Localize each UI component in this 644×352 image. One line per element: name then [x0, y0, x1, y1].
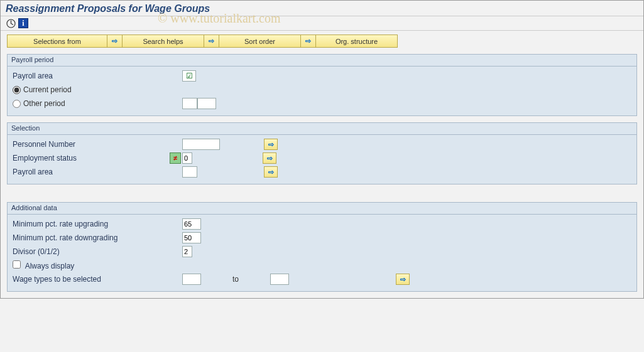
group-title: Additional data — [8, 203, 636, 215]
always-display-label: Always display — [25, 262, 75, 270]
arrow-right-icon: ⇨ — [267, 154, 273, 163]
arrow-right-icon: ⇨ — [305, 37, 311, 45]
always-display-checkbox[interactable] — [13, 260, 21, 269]
arrow-right-icon: ⇨ — [209, 37, 214, 45]
divisor-label: Divisor (0/1/2) — [13, 247, 163, 256]
personnel-number-multiselect-button[interactable]: ⇨ — [264, 139, 278, 150]
payroll-area-toggle[interactable]: ☑ — [182, 70, 196, 82]
group-additional-data: Additional data Minimum pct. rate upgrad… — [7, 202, 637, 292]
selections-from-button[interactable]: Selections from — [7, 35, 107, 48]
app-window: Reassignment Proposals for Wage Groups i… — [0, 0, 644, 299]
title-bar: Reassignment Proposals for Wage Groups — [1, 1, 643, 16]
arrow-right-icon: ⇨ — [268, 141, 274, 149]
wage-types-label: Wage types to be selected — [13, 275, 163, 284]
group-payroll-period: Payroll period Payroll area ☑ Current pe… — [7, 54, 637, 116]
sort-order-expand-button[interactable]: ⇨ — [204, 35, 219, 48]
not-equal-icon[interactable]: ≠ — [170, 152, 181, 164]
org-structure-expand-button[interactable]: ⇨ — [301, 35, 316, 48]
min-up-label: Minimum pct. rate upgrading — [13, 220, 163, 228]
org-structure-button[interactable]: Org. structure — [316, 35, 398, 48]
employment-status-label: Employment status — [13, 154, 163, 163]
info-icon[interactable]: i — [18, 18, 28, 28]
sort-order-button[interactable]: Sort order — [219, 35, 301, 48]
current-period-radio[interactable]: Current period — [13, 85, 72, 94]
current-period-label: Current period — [23, 85, 72, 94]
payroll-area-sel-label: Payroll area — [13, 168, 163, 176]
group-title: Selection — [8, 123, 636, 135]
always-display-cell: Always display — [13, 260, 163, 270]
payroll-area-multiselect-button[interactable]: ⇨ — [264, 166, 278, 178]
payroll-area-sel-input[interactable] — [182, 166, 197, 178]
arrow-right-icon: ⇨ — [400, 275, 406, 284]
employment-status-multiselect-button[interactable]: ⇨ — [263, 152, 276, 164]
payroll-area-label: Payroll area — [13, 72, 163, 80]
wage-types-from-input[interactable] — [182, 274, 201, 285]
employment-status-input[interactable] — [182, 152, 192, 164]
execute-icon[interactable] — [6, 18, 16, 28]
wage-types-multiselect-button[interactable]: ⇨ — [396, 274, 410, 285]
app-toolbar: i © www.tutorialkart.com — [1, 16, 643, 31]
to-label: to — [201, 275, 270, 284]
other-period-value1-input[interactable] — [182, 98, 197, 109]
group-selection: Selection Personnel Number ⇨ Employment … — [7, 122, 637, 184]
divisor-input[interactable] — [182, 246, 192, 257]
min-down-input[interactable] — [182, 232, 201, 243]
arrow-right-icon: ⇨ — [268, 168, 274, 176]
selection-toolbar: Selections from ⇨ Search helps ⇨ Sort or… — [1, 31, 643, 51]
personnel-number-label: Personnel Number — [13, 140, 163, 149]
arrow-right-icon: ⇨ — [112, 37, 117, 45]
page-title: Reassignment Proposals for Wage Groups — [6, 3, 210, 14]
min-up-input[interactable] — [182, 218, 201, 230]
min-down-label: Minimum pct. rate downgrading — [13, 233, 163, 242]
other-period-radio[interactable]: Other period — [13, 99, 163, 108]
personnel-number-input[interactable] — [182, 139, 220, 150]
search-helps-button[interactable]: Search helps — [123, 35, 204, 48]
search-helps-expand-button[interactable]: ⇨ — [107, 35, 123, 48]
wage-types-to-input[interactable] — [270, 274, 289, 285]
group-title: Payroll period — [8, 55, 636, 67]
other-period-value2-input[interactable] — [197, 98, 216, 109]
other-period-label: Other period — [23, 99, 65, 108]
